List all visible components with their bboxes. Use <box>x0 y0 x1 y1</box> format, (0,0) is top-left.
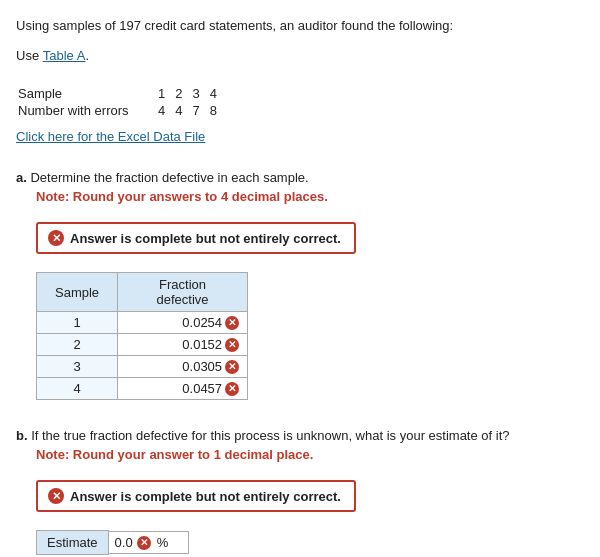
col-header-sample: Sample <box>37 273 118 312</box>
table-row: Sample 1 2 3 4 <box>16 85 229 102</box>
answer-box-a-header: ✕ Answer is complete but not entirely co… <box>48 230 344 246</box>
estimate-label: Estimate <box>36 530 109 555</box>
fraction-table-row: 30.0305✕ <box>37 356 248 378</box>
row-label-sample: Sample <box>16 85 156 102</box>
fraction-table-row: 10.0254✕ <box>37 312 248 334</box>
estimate-value-cell: 0.0 ✕ % <box>109 531 189 554</box>
section-b-label: b. If the true fraction defective for th… <box>16 428 584 443</box>
answer-box-a-label: Answer is complete but not entirely corr… <box>70 231 341 246</box>
fraction-sample-cell: 2 <box>37 334 118 356</box>
fraction-error-icon: ✕ <box>225 316 239 330</box>
col-header-fraction-line2: defective <box>157 292 209 307</box>
errors-val-4: 8 <box>208 102 229 119</box>
section-b-text: If the true fraction defective for this … <box>28 428 510 443</box>
errors-val-1: 4 <box>156 102 173 119</box>
data-table-container: Sample 1 2 3 4 Number with errors 4 4 7 … <box>16 85 584 119</box>
section-b: b. If the true fraction defective for th… <box>16 428 584 555</box>
fraction-sample-cell: 1 <box>37 312 118 334</box>
fraction-error-icon: ✕ <box>225 360 239 374</box>
fraction-value: 0.0305 <box>182 359 222 374</box>
col-header-fraction-line1: Fraction <box>159 277 206 292</box>
col-header-fraction: Fraction defective <box>118 273 248 312</box>
fraction-value: 0.0152 <box>182 337 222 352</box>
fraction-sample-cell: 4 <box>37 378 118 400</box>
data-table: Sample 1 2 3 4 Number with errors 4 4 7 … <box>16 85 229 119</box>
section-a-label: a. Determine the fraction defective in e… <box>16 170 584 185</box>
answer-box-a: ✕ Answer is complete but not entirely co… <box>36 222 356 254</box>
fraction-table-row: 40.0457✕ <box>37 378 248 400</box>
table-a-ref: Use Table A. <box>16 46 584 76</box>
fraction-sample-cell: 3 <box>37 356 118 378</box>
fraction-value-cell: 0.0305✕ <box>118 356 248 378</box>
fraction-table: Sample Fraction defective 10.0254✕20.015… <box>36 272 248 400</box>
estimate-row: Estimate 0.0 ✕ % <box>36 530 584 555</box>
table-row: Number with errors 4 4 7 8 <box>16 102 229 119</box>
intro-text: Using samples of 197 credit card stateme… <box>16 16 584 36</box>
row-label-errors: Number with errors <box>16 102 156 119</box>
fraction-value: 0.0254 <box>182 315 222 330</box>
col-val-1: 1 <box>156 85 173 102</box>
errors-val-3: 7 <box>190 102 207 119</box>
section-b-note: Note: Round your answer to 1 decimal pla… <box>36 447 584 462</box>
fraction-error-icon: ✕ <box>225 338 239 352</box>
error-icon-b: ✕ <box>48 488 64 504</box>
fraction-value-cell: 0.0457✕ <box>118 378 248 400</box>
answer-box-b-label: Answer is complete but not entirely corr… <box>70 489 341 504</box>
col-val-2: 2 <box>173 85 190 102</box>
estimate-error-icon: ✕ <box>137 536 151 550</box>
fraction-table-header-row: Sample Fraction defective <box>37 273 248 312</box>
fraction-value-cell: 0.0254✕ <box>118 312 248 334</box>
col-val-3: 3 <box>190 85 207 102</box>
error-icon-a: ✕ <box>48 230 64 246</box>
section-b-bold: b. <box>16 428 28 443</box>
errors-val-2: 4 <box>173 102 190 119</box>
percent-sign: % <box>157 535 169 550</box>
answer-box-b-header: ✕ Answer is complete but not entirely co… <box>48 488 344 504</box>
section-a-text: Determine the fraction defective in each… <box>27 170 309 185</box>
fraction-value-cell: 0.0152✕ <box>118 334 248 356</box>
excel-link[interactable]: Click here for the Excel Data File <box>16 129 205 144</box>
estimate-value: 0.0 <box>115 535 133 550</box>
col-val-4: 4 <box>208 85 229 102</box>
table-a-link[interactable]: Table A <box>43 46 86 66</box>
section-a-bold: a. <box>16 170 27 185</box>
answer-box-b: ✕ Answer is complete but not entirely co… <box>36 480 356 512</box>
section-a-note: Note: Round your answers to 4 decimal pl… <box>36 189 584 204</box>
fraction-error-icon: ✕ <box>225 382 239 396</box>
fraction-table-wrap: Sample Fraction defective 10.0254✕20.015… <box>36 272 584 400</box>
fraction-table-row: 20.0152✕ <box>37 334 248 356</box>
fraction-value: 0.0457 <box>182 381 222 396</box>
